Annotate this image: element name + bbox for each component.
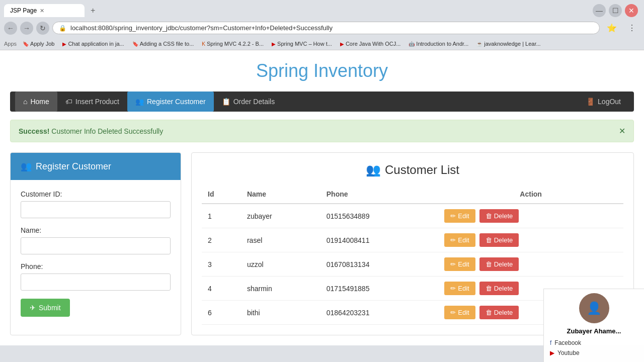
logout-label: LogOut	[598, 98, 621, 106]
bookmark-chat[interactable]: ▶ Chat application in ja...	[60, 40, 126, 48]
table-row: 2 rasel 01914008411 ✏ Edit 🗑 Delete	[202, 228, 623, 252]
nav-logout[interactable]: 🚪 LogOut	[578, 92, 629, 112]
nav-home[interactable]: ⌂ Home	[15, 92, 57, 112]
youtube-link[interactable]: ▶ Youtube	[550, 348, 638, 358]
name-label: Name:	[21, 226, 171, 234]
bookmark-javaknowledge[interactable]: ☕ javaknowledge | Lear...	[474, 40, 542, 48]
bookmark-spring-mvc2[interactable]: ▶ Spring MVC – How t...	[270, 40, 334, 48]
name-group: Name:	[21, 226, 171, 254]
edit-icon: ✏	[450, 212, 456, 220]
browser-toolbar: ← → ↻ 🔒 localhost:8080/spring_inventory_…	[0, 18, 644, 38]
edit-button[interactable]: ✏ Edit	[444, 233, 475, 247]
edit-icon: ✏	[450, 236, 456, 244]
alert-text: Success! Customer Info Deleted Successfu…	[19, 127, 163, 135]
facebook-link[interactable]: f Facebook	[550, 338, 638, 348]
delete-button[interactable]: 🗑 Delete	[479, 306, 519, 319]
avatar: 👤	[579, 293, 609, 323]
edit-label: Edit	[458, 236, 469, 244]
apps-label: Apps	[4, 41, 17, 47]
youtube-icon-1: ▶	[62, 41, 66, 47]
bookmark-label-4: Spring MVC 4.2.2 - B...	[207, 41, 264, 47]
cell-phone: 01670813134	[320, 252, 438, 277]
delete-label: Delete	[494, 260, 513, 268]
back-button[interactable]: ←	[4, 22, 17, 35]
more-tools-button[interactable]: ⋮	[624, 21, 640, 35]
social-overlay: 👤 Zubayer Ahame... f Facebook ▶ Youtube	[543, 289, 644, 362]
delete-button[interactable]: 🗑 Delete	[479, 257, 519, 271]
cell-name: zubayer	[241, 204, 320, 228]
alert-message: Customer Info Deleted Successfully	[49, 127, 163, 135]
minimize-button[interactable]: —	[593, 4, 606, 17]
browser-tab[interactable]: JSP Page ✕	[4, 4, 85, 17]
register-panel-title: Register Customer	[36, 161, 111, 172]
col-name: Name	[241, 185, 320, 204]
edit-label: Edit	[458, 285, 469, 292]
col-phone: Phone	[320, 185, 438, 204]
alert-close-button[interactable]: ✕	[619, 126, 625, 136]
delete-button[interactable]: 🗑 Delete	[479, 233, 519, 247]
delete-icon: 🗑	[486, 260, 492, 268]
nav-insert-label: Insert Product	[75, 98, 119, 106]
delete-label: Delete	[494, 236, 513, 244]
edit-button[interactable]: ✏ Edit	[444, 209, 475, 223]
nav-home-label: Home	[30, 98, 49, 106]
bookmark-apply-job[interactable]: 🔖 Apply Job	[21, 40, 56, 48]
address-bar[interactable]: 🔒 localhost:8080/spring_inventory_jdbc/c…	[52, 22, 600, 34]
facebook-icon: f	[550, 339, 551, 346]
delete-button[interactable]: 🗑 Delete	[479, 282, 519, 295]
delete-icon: 🗑	[486, 212, 492, 220]
bookmark-java[interactable]: ▶ Core Java With OCJ...	[338, 40, 403, 48]
youtube-icon-2: ▶	[272, 41, 276, 47]
cell-id: 2	[202, 228, 241, 252]
java-icon: ☕	[476, 41, 482, 47]
forward-button[interactable]: →	[20, 22, 33, 35]
extensions-button[interactable]: ⭐	[603, 21, 621, 35]
nav-order-label: Order Details	[233, 98, 275, 106]
submit-button[interactable]: ✈ Submit	[21, 299, 70, 317]
page-title: Spring Inventory	[10, 60, 634, 81]
bookmark-label-5: Spring MVC – How t...	[277, 41, 332, 47]
nav-insert-product[interactable]: 🏷 Insert Product	[57, 92, 127, 112]
youtube-icon: ▶	[550, 349, 554, 356]
main-layout: 👥 Register Customer Customer ID: Name: P…	[10, 152, 634, 335]
nav-register-customer[interactable]: 👥 Register Customer	[127, 92, 214, 112]
tab-title: JSP Page	[10, 7, 37, 14]
tab-close-button[interactable]: ✕	[40, 8, 44, 14]
action-buttons: ✏ Edit 🗑 Delete	[444, 233, 617, 247]
social-name: Zubayer Ahame...	[550, 327, 638, 335]
edit-button[interactable]: ✏ Edit	[444, 282, 475, 295]
name-input[interactable]	[21, 237, 171, 254]
new-tab-button[interactable]: +	[87, 3, 99, 18]
customer-id-input[interactable]	[21, 201, 171, 218]
col-action: Action	[438, 185, 623, 204]
register-panel: 👥 Register Customer Customer ID: Name: P…	[10, 152, 181, 335]
product-icon: 🏷	[65, 98, 72, 106]
success-alert: Success! Customer Info Deleted Successfu…	[10, 120, 634, 142]
youtube-icon-3: ▶	[340, 41, 344, 47]
bookmark-css[interactable]: 🔖 Adding a CSS file to...	[130, 40, 196, 48]
bookmark-spring-mvc[interactable]: K Spring MVC 4.2.2 - B...	[200, 40, 266, 48]
cell-name: bithi	[241, 301, 320, 325]
cell-id: 3	[202, 252, 241, 277]
delete-button[interactable]: 🗑 Delete	[479, 209, 519, 223]
edit-label: Edit	[458, 212, 469, 220]
phone-input[interactable]	[21, 274, 171, 291]
customer-id-group: Customer ID:	[21, 190, 171, 218]
avatar-image: 👤	[587, 301, 602, 315]
register-panel-body: Customer ID: Name: Phone: ✈ Submit	[11, 180, 181, 327]
edit-button[interactable]: ✏ Edit	[444, 306, 475, 319]
maximize-button[interactable]: ☐	[609, 4, 622, 17]
nav-order-details[interactable]: 📋 Order Details	[214, 92, 283, 112]
reload-button[interactable]: ↻	[36, 22, 49, 35]
bookmark-android[interactable]: 🤖 Introduction to Andr...	[407, 40, 470, 48]
alert-bold: Success!	[19, 127, 49, 135]
edit-button[interactable]: ✏ Edit	[444, 257, 475, 271]
logout-icon: 🚪	[586, 98, 595, 106]
bookmarks-bar: Apps 🔖 Apply Job ▶ Chat application in j…	[0, 38, 644, 50]
navbar-items: ⌂ Home 🏷 Insert Product 👥 Register Custo…	[15, 92, 578, 112]
bookmark-label-3: Adding a CSS file to...	[140, 41, 194, 47]
order-icon: 📋	[222, 98, 230, 106]
facebook-label: Facebook	[554, 339, 581, 346]
delete-label: Delete	[494, 212, 513, 220]
close-button[interactable]: ✕	[625, 4, 638, 17]
